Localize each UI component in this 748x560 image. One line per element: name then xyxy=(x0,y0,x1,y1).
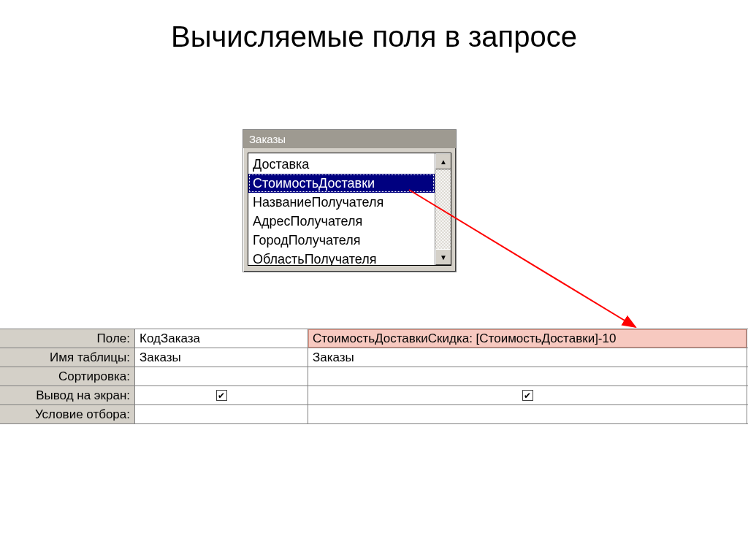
chevron-down-icon: ▼ xyxy=(440,253,447,261)
row-label-field: Поле: xyxy=(0,329,135,348)
table-panel-title: Заказы xyxy=(243,130,456,148)
show-cell[interactable]: ✔ xyxy=(308,386,747,404)
annotation-arrow xyxy=(0,0,748,560)
checkbox-icon[interactable]: ✔ xyxy=(522,390,533,401)
list-item[interactable]: СтоимостьДоставки xyxy=(248,174,435,193)
table-cell[interactable]: Заказы xyxy=(135,348,308,367)
criteria-cell[interactable] xyxy=(135,405,308,423)
field-list[interactable]: Доставка СтоимостьДоставки НазваниеПолуч… xyxy=(248,153,451,266)
table-cell[interactable]: Заказы xyxy=(308,348,747,367)
scroll-down-button[interactable]: ▼ xyxy=(435,249,451,265)
row-label-show: Вывод на экран: xyxy=(0,386,135,404)
checkbox-icon[interactable]: ✔ xyxy=(216,390,227,401)
chevron-up-icon: ▲ xyxy=(440,158,447,166)
sort-cell[interactable] xyxy=(135,367,308,386)
row-label-criteria: Условие отбора: xyxy=(0,405,135,423)
grid-row-table: Имя таблицы: Заказы Заказы xyxy=(0,348,748,367)
sort-cell[interactable] xyxy=(308,367,747,386)
scrollbar[interactable]: ▲ ▼ xyxy=(435,153,451,265)
grid-row-criteria: Условие отбора: xyxy=(0,405,748,424)
grid-row-show: Вывод на экран: ✔ ✔ xyxy=(0,386,748,405)
grid-row-field: Поле: КодЗаказа СтоимостьДоставкиСкидка:… xyxy=(0,329,748,348)
field-cell[interactable]: КодЗаказа xyxy=(135,329,308,348)
page-title: Вычисляемые поля в запросе xyxy=(0,20,748,53)
scroll-track[interactable] xyxy=(435,169,451,249)
row-label-table: Имя таблицы: xyxy=(0,348,135,367)
show-cell[interactable]: ✔ xyxy=(135,386,308,404)
field-cell[interactable]: СтоимостьДоставкиСкидка: [СтоимостьДоста… xyxy=(308,329,747,348)
list-item[interactable]: ОбластьПолучателя xyxy=(248,250,435,266)
list-item[interactable]: АдресПолучателя xyxy=(248,212,435,231)
list-item[interactable]: Доставка xyxy=(248,155,435,174)
criteria-cell[interactable] xyxy=(308,405,747,423)
list-item[interactable]: ГородПолучателя xyxy=(248,231,435,250)
table-panel: Заказы Доставка СтоимостьДоставки Назван… xyxy=(243,129,457,272)
query-design-grid: Поле: КодЗаказа СтоимостьДоставкиСкидка:… xyxy=(0,329,748,424)
scroll-up-button[interactable]: ▲ xyxy=(435,153,451,169)
list-item[interactable]: НазваниеПолучателя xyxy=(248,193,435,212)
row-label-sort: Сортировка: xyxy=(0,367,135,386)
grid-row-sort: Сортировка: xyxy=(0,367,748,386)
